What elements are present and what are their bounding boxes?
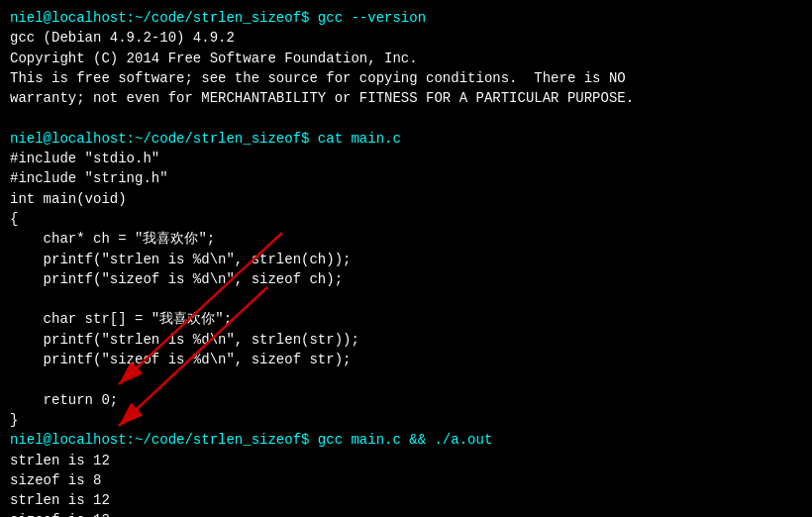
line-11: { <box>10 209 802 229</box>
terminal: niel@localhost:~/code/strlen_sizeof$ gcc… <box>0 0 812 517</box>
line-23: strlen is 12 <box>10 451 802 470</box>
line-17: printf("strlen is %d\n", strlen(str)); <box>10 330 802 350</box>
line-14: printf("sizeof is %d\n", sizeof ch); <box>10 269 802 289</box>
line-5: warranty; not even for MERCHANTABILITY o… <box>10 88 802 108</box>
line-9: #include "string.h" <box>10 168 802 188</box>
line-7: niel@localhost:~/code/strlen_sizeof$ cat… <box>10 129 802 149</box>
line-3: Copyright (C) 2014 Free Software Foundat… <box>10 49 802 68</box>
line-20: return 0; <box>10 390 802 410</box>
line-19 <box>10 369 802 389</box>
line-10: int main(void) <box>10 189 802 209</box>
line-4: This is free software; see the source fo… <box>10 68 802 88</box>
line-13: printf("strlen is %d\n", strlen(ch)); <box>10 250 802 269</box>
line-15 <box>10 289 802 309</box>
line-21: } <box>10 410 802 430</box>
line-12: char* ch = "我喜欢你"; <box>10 229 802 249</box>
line-6 <box>10 108 802 128</box>
line-8: #include "stdio.h" <box>10 149 802 168</box>
line-18: printf("sizeof is %d\n", sizeof str); <box>10 350 802 369</box>
line-2: gcc (Debian 4.9.2-10) 4.9.2 <box>10 28 802 48</box>
line-26: sizeof is 13 <box>10 510 802 517</box>
line-16: char str[] = "我喜欢你"; <box>10 309 802 329</box>
line-25: strlen is 12 <box>10 490 802 510</box>
line-24: sizeof is 8 <box>10 470 802 490</box>
line-22: niel@localhost:~/code/strlen_sizeof$ gcc… <box>10 430 802 450</box>
line-1: niel@localhost:~/code/strlen_sizeof$ gcc… <box>10 8 802 28</box>
